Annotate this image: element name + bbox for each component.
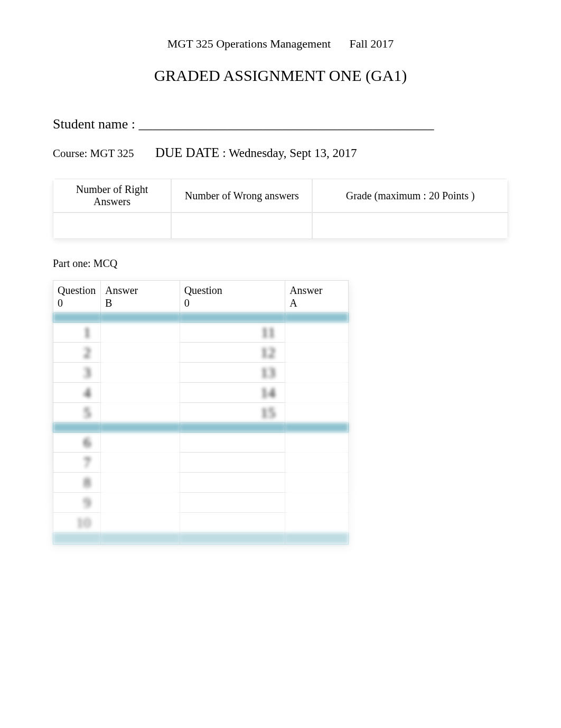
answer-table-body: 1 11 2 12 3 13 4 14	[53, 313, 349, 545]
question-number: 5	[53, 403, 101, 423]
question-number: 1	[53, 322, 101, 343]
due-date-sep: :	[219, 146, 228, 160]
table-row: 3 13	[53, 363, 349, 383]
header-question-left: Question 0	[53, 281, 101, 313]
question-number: 12	[180, 343, 285, 363]
grade-header-grade: Grade (maximum : 20 Points )	[312, 179, 508, 213]
answer-cell	[285, 343, 349, 363]
course-title: MGT 325 Operations Management	[167, 37, 331, 51]
header-line: MGT 325 Operations Management Fall 2017	[53, 37, 508, 51]
header-answer-left-label: Answer	[105, 284, 138, 296]
grade-table: Number of Right Answers Number of Wrong …	[53, 179, 508, 239]
answer-cell	[100, 403, 180, 423]
table-row: 7	[53, 453, 349, 473]
table-row: Question 0 Answer B Question 0 Answer A	[53, 281, 349, 313]
answer-cell	[285, 403, 349, 423]
answer-cell	[100, 513, 180, 533]
header-answer-right-label: Answer	[289, 284, 322, 296]
answer-cell	[285, 473, 349, 493]
question-number: 14	[180, 383, 285, 403]
table-row: 5 15	[53, 403, 349, 423]
answer-table-wrap: Question 0 Answer B Question 0 Answer A	[53, 280, 508, 698]
answer-cell	[285, 513, 349, 533]
table-row	[53, 313, 349, 322]
header-question-right-zero: 0	[184, 297, 190, 309]
term-label: Fall 2017	[350, 37, 394, 50]
question-number: 11	[180, 322, 285, 343]
question-number: 6	[53, 432, 101, 453]
answer-cell	[100, 322, 180, 343]
question-number: 8	[53, 473, 101, 493]
question-number	[180, 473, 285, 493]
question-number: 13	[180, 363, 285, 383]
header-answer-right-example: A	[289, 297, 297, 309]
due-date-label: DUE DATE	[155, 145, 220, 160]
table-row: 6	[53, 432, 349, 453]
header-answer-right: Answer A	[285, 281, 349, 313]
student-name-label: Student name :	[53, 116, 135, 132]
question-number	[180, 513, 285, 533]
answer-cell	[100, 383, 180, 403]
grade-value-right	[53, 213, 171, 239]
answer-cell	[100, 453, 180, 473]
table-row: 10	[53, 513, 349, 533]
grade-header-right: Number of Right Answers	[53, 179, 171, 213]
answer-cell	[285, 493, 349, 513]
question-number: 2	[53, 343, 101, 363]
part-one-label: Part one: MCQ	[53, 257, 508, 270]
info-line: Course: MGT 325 DUE DATE : Wednesday, Se…	[53, 145, 508, 160]
student-name-line: Student name : _________________________…	[53, 116, 508, 132]
answer-cell	[100, 343, 180, 363]
header-answer-left: Answer B	[100, 281, 180, 313]
document-page: MGT 325 Operations Management Fall 2017 …	[0, 0, 561, 728]
table-row: 1 11	[53, 322, 349, 343]
answer-table: Question 0 Answer B Question 0 Answer A	[53, 280, 349, 545]
page-title: GRADED ASSIGNMENT ONE (GA1)	[53, 67, 508, 85]
header-question-left-label: Question	[58, 284, 96, 296]
question-number	[180, 453, 285, 473]
answer-cell	[285, 453, 349, 473]
grade-header-wrong: Number of Wrong answers	[171, 179, 312, 213]
question-number: 10	[53, 513, 101, 533]
answer-cell	[100, 493, 180, 513]
table-row: 9	[53, 493, 349, 513]
header-question-left-zero: 0	[58, 297, 63, 309]
question-number: 15	[180, 403, 285, 423]
answer-cell	[285, 363, 349, 383]
answer-cell	[285, 322, 349, 343]
question-number	[180, 432, 285, 453]
header-answer-left-example: B	[105, 297, 112, 309]
question-number: 4	[53, 383, 101, 403]
table-row	[53, 213, 508, 239]
answer-cell	[100, 363, 180, 383]
table-row: 8	[53, 473, 349, 493]
header-question-right-label: Question	[184, 284, 222, 296]
course-code: Course: MGT 325	[53, 147, 134, 160]
due-date-value: Wednesday, Sept 13, 2017	[229, 146, 357, 160]
answer-cell	[100, 432, 180, 453]
answer-cell	[100, 473, 180, 493]
question-number	[180, 493, 285, 513]
table-row: 2 12	[53, 343, 349, 363]
table-row: Number of Right Answers Number of Wrong …	[53, 179, 508, 213]
question-number: 3	[53, 363, 101, 383]
grade-value-wrong	[171, 213, 312, 239]
answer-cell	[285, 383, 349, 403]
table-row: 4 14	[53, 383, 349, 403]
content-fade-overlay	[53, 560, 508, 698]
answer-cell	[285, 432, 349, 453]
question-number: 9	[53, 493, 101, 513]
student-name-blank: ________________________________________…	[138, 116, 434, 132]
grade-value-grade	[312, 213, 508, 239]
table-row	[53, 423, 349, 432]
question-number: 7	[53, 453, 101, 473]
table-row	[53, 533, 349, 545]
header-question-right: Question 0	[180, 281, 285, 313]
